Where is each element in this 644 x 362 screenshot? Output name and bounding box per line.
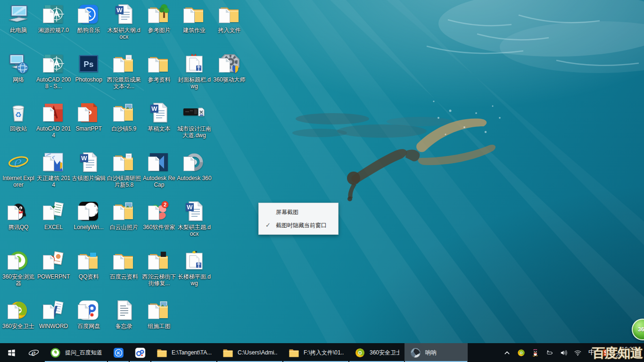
taskbar-button-folder[interactable]: C:\Users\Admi... — [217, 343, 283, 362]
desktop-icon-ie[interactable]: eInternet Explorer — [1, 151, 36, 188]
worddoc-icon: W — [148, 101, 170, 124]
shortcut-page-overlay — [78, 206, 89, 220]
taskbar-button-guard360[interactable]: 360安全卫士 — [349, 343, 405, 362]
desktop-icon-foldertree[interactable]: 参考图片 — [141, 3, 176, 33]
popup-menu-item[interactable]: 屏幕截图 — [259, 206, 338, 219]
folderphoto-icon — [113, 101, 135, 124]
desktop-icon-folder[interactable]: 参考资料 — [141, 52, 176, 83]
desktop-icon-folder[interactable]: 拷入文件 — [212, 3, 247, 33]
shortcut-page-overlay — [113, 58, 124, 73]
desktop-icon-smartppt[interactable]: PSmartPPT — [71, 101, 106, 132]
svg-text:3: 3 — [96, 208, 99, 212]
tianzheng-icon — [42, 151, 65, 173]
desktop-icon-excel[interactable]: XEXCEL — [36, 200, 71, 230]
taskbar-button-label: C:\Users\Admi... — [238, 349, 278, 356]
shortcut-page-overlay — [113, 156, 124, 171]
taskbar-button-folder[interactable]: E:\Tangent\TA... — [151, 343, 217, 362]
taskbar-button-folder[interactable]: F:\拷入文件\01... — [283, 343, 349, 362]
desktop-icon-browser360[interactable]: 360安全浏览器 — [1, 249, 36, 287]
desktop-icon-folderphoto[interactable]: 组施工图 — [141, 299, 176, 329]
desktop-icon-worddoc[interactable]: W草稿文本 — [141, 101, 176, 132]
desktop-icon-photoshop[interactable]: PsPhotoshop — [71, 52, 106, 83]
desktop-icon-label: 参考资料 — [141, 76, 176, 83]
desktop-icon-powerpoint[interactable]: PPOWERPNT — [36, 249, 71, 280]
desktop-icon-netdisk[interactable]: 百度网盘 — [71, 299, 106, 329]
desktop-icon-folderdoc[interactable]: 白沙镇调研照片新5.8 — [107, 151, 141, 188]
desktop-icon-qq[interactable]: 腾讯QQ — [1, 200, 36, 230]
tray-sogou[interactable] — [600, 343, 612, 362]
taskbar-button-ietask[interactable]: e — [23, 343, 44, 362]
taskbar-button-kugou[interactable]: K — [107, 343, 129, 362]
desktop-icon-worddoc[interactable]: W木梨硔大纲.docx — [107, 3, 141, 40]
desktop-icon-drv360[interactable]: 360驱动大师 — [212, 52, 247, 83]
desktop-icon-dwgdoc[interactable]: 封面标题栏.dwg — [177, 52, 212, 90]
tray-battery[interactable] — [543, 343, 555, 362]
smartppt-icon: P — [77, 101, 100, 124]
desktop-icon-folderdark[interactable]: 西沱云梯街下街修复... — [141, 249, 176, 287]
desktop-icon-tianzheng[interactable]: 天正建筑 2014 — [36, 151, 71, 188]
popup-menu-item[interactable]: ✓截图时隐藏当前窗口 — [259, 219, 338, 232]
start-button[interactable] — [0, 343, 23, 362]
desktop-icon-lonely[interactable]: 2347LonelyWri... — [71, 200, 106, 230]
taskbar-button-browser360[interactable]: 提问_百度知道 ... — [44, 343, 107, 362]
desktop-icon-network[interactable]: 网络 — [1, 52, 36, 83]
desktop-icon-worddoc[interactable]: W古镇图片编辑 — [71, 151, 106, 181]
taskbar-button-avatar[interactable]: 呐呐 — [405, 343, 468, 362]
folderdark-icon — [148, 249, 170, 272]
desktop-icon-folderphoto[interactable]: 白云山照片 — [107, 200, 141, 230]
folderqq-icon — [77, 249, 100, 272]
desktop-icon-kugou[interactable]: K酷狗音乐 — [71, 3, 106, 33]
shortcut-page-overlay — [78, 255, 89, 270]
network-icon — [7, 52, 30, 75]
desktop-icon-folderdoc[interactable]: 西沱最后成果文本-2... — [107, 52, 141, 90]
tray-qq[interactable] — [529, 343, 541, 362]
desktop-icon-label: 360驱动大师 — [212, 76, 247, 83]
tray-expand[interactable] — [501, 343, 513, 362]
desktop-icon-dwgdoc2[interactable]: 长楼梯平面.dwg — [177, 249, 212, 287]
shortcut-page-overlay — [183, 8, 195, 23]
desktop: 此电脑网络♻回收站eInternet Explorer腾讯QQ360安全浏览器3… — [0, 0, 644, 362]
taskbar-clock[interactable]: 16:20 201 — [613, 343, 644, 362]
desktop-icon-folder[interactable]: 百度云资料 — [107, 249, 141, 280]
desktop-icon-a360[interactable]: Autodesk 360 — [177, 151, 212, 181]
svg-text:Ps: Ps — [84, 60, 94, 69]
desktop-icon-sw360[interactable]: 2360软件管家 — [141, 200, 176, 230]
desktop-icon-cadteal[interactable]: AutoCAD 2008 - S... — [36, 52, 71, 90]
desktop-icon-folderqq[interactable]: QQ资料 — [71, 249, 106, 280]
dwgdoc2-icon — [183, 249, 206, 272]
desktop-icon-textdoc[interactable]: 备忘录 — [107, 299, 141, 329]
tray-wifi[interactable] — [571, 343, 584, 362]
taskbar-button-netdisk[interactable] — [129, 343, 151, 362]
desktop-icon-worddoc[interactable]: W木梨硔主题.docx — [177, 200, 212, 237]
desktop-icon-label: 古镇图片编辑 — [71, 175, 106, 181]
clock-date: 201 — [613, 353, 644, 359]
desktop-icon-label: SmartPPT — [71, 125, 106, 132]
desktop-icon-folderphoto[interactable]: 白沙镇5.9 — [107, 101, 141, 132]
desktop-icon-dwgdark[interactable]: 城市设计江南大道.dwg — [177, 101, 212, 139]
windows-logo-icon — [7, 348, 16, 357]
tray-volume[interactable] — [557, 343, 570, 362]
desktop-icon-label: LonelyWri... — [71, 224, 106, 230]
guard360-icon — [354, 347, 366, 359]
desktop-icon-cadred[interactable]: AutoCAD 2014 — [36, 101, 71, 139]
taskbar-button-label: 提问_百度知道 ... — [65, 349, 102, 357]
avatar-icon — [410, 347, 421, 359]
taskbar: e提问_百度知道 ...KE:\Tangent\TA...C:\Users\Ad… — [0, 343, 644, 362]
shortcut-page-overlay — [113, 107, 124, 122]
desktop-icon-label: 建筑作业 — [177, 27, 212, 33]
desktop-icon-wordapp[interactable]: WWINWORD — [36, 299, 71, 329]
shortcut-page-overlay — [219, 8, 230, 23]
360-floating-ball[interactable]: 360 — [632, 319, 644, 340]
desktop-icon-cadteal[interactable]: 湘源控规7.0 — [36, 3, 71, 33]
powerpoint-icon: P — [42, 249, 65, 272]
desktop-icon-recap[interactable]: Autodesk ReCap — [141, 151, 176, 188]
desktop-icon-folder[interactable]: 建筑作业 — [177, 3, 212, 33]
ime-indicator[interactable]: 中 — [586, 348, 598, 357]
desktop-icon-guard360[interactable]: 360安全卫士 — [1, 299, 36, 329]
netdisk-icon — [134, 347, 146, 359]
shortcut-page-overlay — [219, 58, 230, 73]
desktop-icon-recycle[interactable]: ♻回收站 — [1, 101, 36, 132]
desktop-icon-label: 长楼梯平面.dwg — [177, 273, 212, 287]
desktop-icon-computer[interactable]: 此电脑 — [1, 3, 36, 33]
tray-360[interactable] — [515, 343, 527, 362]
